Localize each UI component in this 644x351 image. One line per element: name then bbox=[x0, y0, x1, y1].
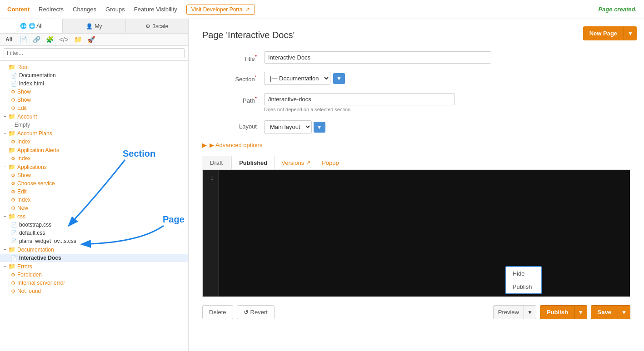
save-button[interactable]: Save bbox=[591, 305, 618, 319]
tree-item-index-html[interactable]: 📄 index.html bbox=[0, 79, 188, 88]
tree-label[interactable]: bootstrap.css bbox=[19, 222, 51, 228]
save-dropdown-button[interactable]: ▼ bbox=[618, 305, 630, 319]
editor-content[interactable] bbox=[219, 170, 630, 297]
sidebar-tab-my[interactable]: 👤 My bbox=[63, 19, 125, 33]
nav-changes[interactable]: Changes bbox=[73, 6, 96, 13]
tree-label[interactable]: Show bbox=[17, 97, 31, 103]
tree-item-applications[interactable]: − 📁 Applications bbox=[0, 163, 188, 171]
tree-label[interactable]: Show bbox=[17, 172, 31, 178]
publish-dropdown-button[interactable]: ▼ bbox=[575, 305, 587, 319]
tree-item-bootstrap-css[interactable]: 📄 bootstrap.css bbox=[0, 221, 188, 229]
path-input[interactable] bbox=[264, 93, 455, 105]
tab-popup[interactable]: Popup bbox=[316, 156, 344, 169]
tree-label[interactable]: Show bbox=[17, 89, 31, 95]
nav-content[interactable]: Content bbox=[7, 6, 30, 13]
sidebar-tab-all[interactable]: 🌐 🌐 All bbox=[0, 19, 63, 33]
nav-redirects[interactable]: Redirects bbox=[39, 6, 64, 13]
publish-button[interactable]: Publish bbox=[540, 305, 575, 319]
tree-label[interactable]: Documentation bbox=[19, 72, 56, 79]
tree-label[interactable]: index.html bbox=[19, 80, 44, 87]
tab-draft[interactable]: Draft bbox=[202, 156, 230, 169]
title-input[interactable] bbox=[264, 51, 491, 64]
tree-item-alerts-index[interactable]: ⚙ Index bbox=[0, 154, 188, 163]
tree-item-app-new[interactable]: ⚙ New bbox=[0, 204, 188, 212]
tree-label[interactable]: Account bbox=[17, 114, 37, 120]
advanced-options-link[interactable]: ▶ ▶ Advanced options bbox=[202, 142, 630, 148]
nav-feature-visibility[interactable]: Feature Visibility bbox=[134, 6, 177, 13]
tree-item-documentation-folder[interactable]: − 📁 Documentation bbox=[0, 245, 188, 254]
tree-item-root[interactable]: − 📁 Root bbox=[0, 63, 188, 71]
tree-label[interactable]: plans_widget_ov...s.css bbox=[19, 238, 76, 244]
new-page-dropdown-button[interactable]: ▼ bbox=[624, 26, 637, 40]
layout-select[interactable]: Main layout bbox=[264, 120, 312, 133]
tree-label[interactable]: Account Plans bbox=[17, 130, 52, 137]
toggle-icon: − bbox=[4, 264, 8, 269]
tree-label[interactable]: Index bbox=[17, 197, 30, 203]
layout-select-arrow-button[interactable]: ▼ bbox=[314, 122, 325, 133]
preview-dropdown-button[interactable]: ▼ bbox=[524, 305, 536, 319]
tree-item-application-alerts[interactable]: − 📁 Application Alerts bbox=[0, 146, 188, 154]
tree-label[interactable]: Index bbox=[17, 138, 30, 145]
external-link-icon: ↗ bbox=[245, 6, 250, 13]
publish-publish-option[interactable]: Publish bbox=[506, 280, 541, 293]
tree-item-app-show[interactable]: ⚙ Show bbox=[0, 171, 188, 179]
tree-item-plans-css[interactable]: 📄 plans_widget_ov...s.css bbox=[0, 237, 188, 245]
preview-button[interactable]: Preview bbox=[493, 305, 524, 319]
tree-item-show-1[interactable]: ⚙ Show bbox=[0, 88, 188, 96]
tree-item-account-plans[interactable]: − 📁 Account Plans bbox=[0, 129, 188, 138]
tree-label[interactable]: default.css bbox=[19, 230, 45, 236]
tree-item-app-edit[interactable]: ⚙ Edit bbox=[0, 188, 188, 196]
tree-label[interactable]: Choose service bbox=[17, 180, 55, 187]
link-icon-button[interactable]: 🔗 bbox=[33, 36, 40, 43]
tree-label[interactable]: Internal server error bbox=[17, 280, 65, 286]
tree-label[interactable]: Not found bbox=[17, 288, 41, 294]
tree-label[interactable]: Forbidden bbox=[17, 272, 42, 278]
sidebar-all-button[interactable]: All bbox=[4, 35, 14, 44]
folder-icon-button[interactable]: 📁 bbox=[74, 36, 82, 43]
tree-item-css[interactable]: − 📁 css bbox=[0, 212, 188, 221]
gear-icon: ⚙ bbox=[11, 156, 15, 162]
sidebar-filter-input[interactable] bbox=[4, 48, 185, 58]
tree-label[interactable]: Edit bbox=[17, 105, 27, 111]
tree-item-not-found[interactable]: ⚙ Not found bbox=[0, 287, 188, 295]
tree-item-interactive-docs[interactable]: 📄 Interactive Docs bbox=[0, 254, 188, 262]
tree-label[interactable]: Errors bbox=[17, 263, 32, 270]
revert-button[interactable]: ↺ Revert bbox=[237, 305, 275, 319]
tree-item-forbidden[interactable]: ⚙ Forbidden bbox=[0, 271, 188, 279]
puzzle-icon-button[interactable]: 🧩 bbox=[46, 36, 54, 43]
file-icon: 📄 bbox=[11, 81, 17, 87]
tree-label[interactable]: css bbox=[17, 213, 25, 220]
nav-groups[interactable]: Groups bbox=[105, 6, 125, 13]
tree-label[interactable]: Application Alerts bbox=[17, 147, 59, 153]
section-select[interactable]: |— Documentation bbox=[264, 72, 330, 85]
tree-item-app-choose-service[interactable]: ⚙ Choose service bbox=[0, 179, 188, 188]
tree-item-account[interactable]: − 📁 Account bbox=[0, 112, 188, 121]
tab-published[interactable]: Published bbox=[231, 156, 275, 169]
publish-hide-option[interactable]: Hide bbox=[506, 267, 541, 280]
tree-item-errors[interactable]: − 📁 Errors bbox=[0, 262, 188, 271]
tree-label[interactable]: Documentation bbox=[17, 247, 54, 253]
tree-item-server-error[interactable]: ⚙ Internal server error bbox=[0, 279, 188, 287]
sidebar-tab-3scale[interactable]: ⚙ 3scale bbox=[126, 19, 188, 33]
section-select-arrow-button[interactable]: ▼ bbox=[333, 73, 345, 84]
delete-button[interactable]: Delete bbox=[202, 305, 233, 319]
tree-item-show-2[interactable]: ⚙ Show bbox=[0, 96, 188, 104]
tree-label[interactable]: Interactive Docs bbox=[19, 255, 61, 261]
tree-label[interactable]: Root bbox=[17, 64, 29, 70]
tab-versions[interactable]: Versions ↗ bbox=[276, 156, 316, 169]
tree-label[interactable]: Edit bbox=[17, 188, 27, 195]
tree-item-edit-1[interactable]: ⚙ Edit bbox=[0, 104, 188, 112]
tree-label[interactable]: Applications bbox=[17, 164, 47, 170]
tree-item-account-plans-index[interactable]: ⚙ Index bbox=[0, 138, 188, 146]
tree-label[interactable]: New bbox=[17, 205, 28, 211]
folder-icon: 📁 bbox=[8, 113, 15, 120]
tree-item-default-css[interactable]: 📄 default.css bbox=[0, 229, 188, 237]
tree-label[interactable]: Index bbox=[17, 155, 30, 162]
tree-item-documentation[interactable]: 📄 Documentation bbox=[0, 71, 188, 79]
new-page-button[interactable]: New Page bbox=[583, 26, 624, 40]
code-icon-button[interactable]: </> bbox=[59, 36, 68, 43]
nav-icon-button[interactable]: 🚀 bbox=[87, 36, 95, 43]
page-icon-button[interactable]: 📄 bbox=[20, 36, 27, 43]
tree-item-app-index[interactable]: ⚙ Index bbox=[0, 196, 188, 204]
visit-developer-portal-button[interactable]: Visit Developer Portal ↗ bbox=[186, 5, 255, 15]
